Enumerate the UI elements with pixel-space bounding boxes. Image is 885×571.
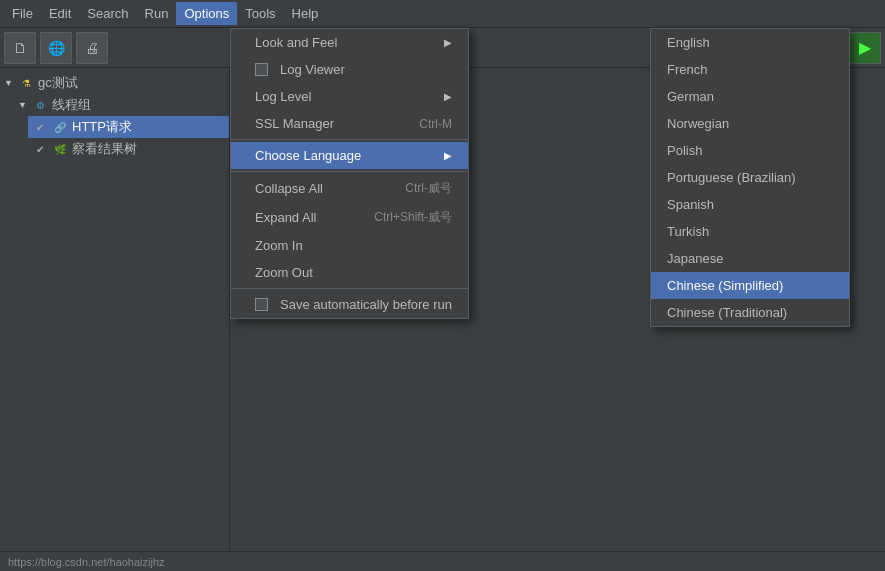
menubar: File Edit Search Run Options Tools Help <box>0 0 885 28</box>
menu-log-viewer[interactable]: Log Viewer <box>231 56 468 83</box>
language-submenu: English French German Norwegian Polish P… <box>650 28 850 327</box>
tree-label-http-req: HTTP请求 <box>72 118 132 136</box>
lang-item-german[interactable]: German <box>651 83 849 110</box>
menu-edit[interactable]: Edit <box>41 2 79 25</box>
tree-label-gc-test: gc测试 <box>38 74 78 92</box>
http-icon: 🔗 <box>52 119 68 135</box>
lang-item-chinese-simplified[interactable]: Chinese (Simplified) <box>651 272 849 299</box>
separator-1 <box>231 139 468 140</box>
tree-item-gc-test[interactable]: ▼ ⚗ gc测试 <box>0 72 229 94</box>
left-panel: ▼ ⚗ gc测试 ▼ ⚙ 线程组 ✔ 🔗 HTTP请求 ✔ 🌿 察看结果树 <box>0 68 230 571</box>
separator-3 <box>231 288 468 289</box>
menu-ssl-manager[interactable]: SSL Manager Ctrl-M <box>231 110 468 137</box>
ssl-shortcut: Ctrl-M <box>419 117 452 131</box>
collapse-shortcut: Ctrl-威号 <box>405 180 452 197</box>
status-url: https://blog.csdn.net/haohaizijhz <box>8 556 165 568</box>
lang-item-french[interactable]: French <box>651 56 849 83</box>
lang-item-english[interactable]: English <box>651 29 849 56</box>
tree-item-thread-group[interactable]: ▼ ⚙ 线程组 <box>14 94 229 116</box>
lang-item-turkish[interactable]: Turkish <box>651 218 849 245</box>
menu-run[interactable]: Run <box>137 2 177 25</box>
lang-item-spanish[interactable]: Spanish <box>651 191 849 218</box>
tree-label-result-tree: 察看结果树 <box>72 140 137 158</box>
menu-collapse-all[interactable]: Collapse All Ctrl-威号 <box>231 174 468 203</box>
save-button[interactable]: 🖨 <box>76 32 108 64</box>
arrow-icon-log-level: ▶ <box>444 91 452 102</box>
run-button[interactable]: ▶ <box>849 32 881 64</box>
expand-shortcut: Ctrl+Shift-威号 <box>374 209 452 226</box>
tree-label-thread-group: 线程组 <box>52 96 91 114</box>
lang-item-japanese[interactable]: Japanese <box>651 245 849 272</box>
separator-2 <box>231 171 468 172</box>
flask-icon: ⚗ <box>18 75 34 91</box>
menu-file[interactable]: File <box>4 2 41 25</box>
tree-view-icon: 🌿 <box>52 141 68 157</box>
result-icon: ✔ <box>32 141 48 157</box>
tree-item-http-req[interactable]: ✔ 🔗 HTTP请求 <box>28 116 229 138</box>
lang-item-chinese-traditional[interactable]: Chinese (Traditional) <box>651 299 849 326</box>
open-button[interactable]: 🌐 <box>40 32 72 64</box>
menu-search[interactable]: Search <box>79 2 136 25</box>
lang-item-norwegian[interactable]: Norwegian <box>651 110 849 137</box>
log-viewer-checkbox <box>255 63 268 76</box>
lang-item-portuguese[interactable]: Portuguese (Brazilian) <box>651 164 849 191</box>
menu-zoom-in[interactable]: Zoom In <box>231 232 468 259</box>
menu-expand-all[interactable]: Expand All Ctrl+Shift-威号 <box>231 203 468 232</box>
arrow-icon-look-feel: ▶ <box>444 37 452 48</box>
menu-save-auto[interactable]: Save automatically before run <box>231 291 468 318</box>
arrow-icon: ▼ <box>4 78 14 88</box>
arrow-icon-choose-lang: ▶ <box>444 150 452 161</box>
gear-icon: ⚙ <box>32 97 48 113</box>
status-bar: https://blog.csdn.net/haohaizijhz <box>0 551 885 571</box>
lang-item-polish[interactable]: Polish <box>651 137 849 164</box>
menu-look-feel[interactable]: Look and Feel ▶ <box>231 29 468 56</box>
save-auto-checkbox <box>255 298 268 311</box>
menu-options[interactable]: Options <box>176 2 237 25</box>
menu-zoom-out[interactable]: Zoom Out <box>231 259 468 286</box>
doc-icon: ✔ <box>32 119 48 135</box>
options-menu: Look and Feel ▶ Log Viewer Log Level ▶ S… <box>230 28 469 319</box>
arrow-icon-2: ▼ <box>18 100 28 110</box>
menu-choose-language[interactable]: Choose Language ▶ <box>231 142 468 169</box>
new-button[interactable]: 🗋 <box>4 32 36 64</box>
tree-item-result-tree[interactable]: ✔ 🌿 察看结果树 <box>28 138 229 160</box>
menu-tools[interactable]: Tools <box>237 2 283 25</box>
menu-help[interactable]: Help <box>284 2 327 25</box>
menu-log-level[interactable]: Log Level ▶ <box>231 83 468 110</box>
